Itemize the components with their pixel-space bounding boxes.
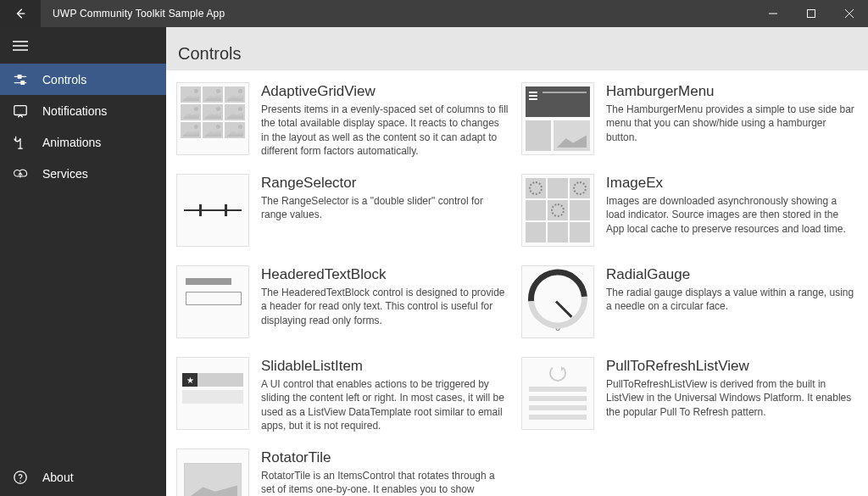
thumb-headeredtextblock <box>176 265 249 338</box>
sidebar-item-label: Animations <box>41 136 101 149</box>
card-radialgauge[interactable]: 0 RadialGauge The radial gauge displays … <box>521 265 858 338</box>
animations-icon <box>0 135 41 150</box>
hamburger-icon <box>13 40 28 52</box>
maximize-button[interactable] <box>792 0 830 27</box>
sidebar-item-controls[interactable]: Controls <box>0 64 166 95</box>
controls-grid[interactable]: AdaptiveGridView Presents items in a eve… <box>166 70 868 496</box>
hamburger-row <box>0 27 166 64</box>
card-desc: RotatorTile is an ItemsControl that rota… <box>261 469 509 496</box>
sidebar: Controls Notifications <box>0 27 166 496</box>
svg-rect-1 <box>18 75 21 78</box>
card-rotatortile[interactable]: RotatorTile RotatorTile is an ItemsContr… <box>176 449 513 496</box>
card-hamburgermenu[interactable]: HamburgerMenu The HamburgerMenu provides… <box>521 82 858 155</box>
card-title: HamburgerMenu <box>606 82 854 100</box>
card-title: SlidableListItem <box>261 357 509 375</box>
svg-rect-0 <box>807 10 815 18</box>
page-title: Controls <box>166 27 868 70</box>
svg-rect-2 <box>21 81 25 84</box>
arrow-left-icon <box>14 8 26 20</box>
thumb-hamburgermenu <box>521 82 594 155</box>
sidebar-item-label: Notifications <box>41 104 107 118</box>
thumb-rotatortile <box>176 449 249 496</box>
services-icon <box>0 166 41 181</box>
close-button[interactable] <box>830 0 868 27</box>
sidebar-item-about[interactable]: About <box>0 459 166 496</box>
card-desc: A UI control that enables actions to be … <box>261 377 509 432</box>
card-rangeselector[interactable]: RangeSelector The RangeSelector is a "do… <box>176 174 513 247</box>
back-button[interactable] <box>0 0 41 27</box>
card-adaptivegridview[interactable]: AdaptiveGridView Presents items in a eve… <box>176 82 513 155</box>
thumb-pulltorefreshlistview <box>521 357 594 430</box>
card-slidablelistitem[interactable]: ★ SlidableListItem A UI control that ena… <box>176 357 513 430</box>
thumb-rangeselector <box>176 174 249 247</box>
svg-point-5 <box>19 481 20 482</box>
thumb-radialgauge: 0 <box>521 265 594 338</box>
card-title: ImageEx <box>606 174 854 192</box>
card-desc: Images are downloaded asynchronously sho… <box>606 194 854 236</box>
sidebar-item-animations[interactable]: Animations <box>0 126 166 158</box>
maximize-icon <box>807 9 815 18</box>
main-panel: Controls AdaptiveGridView Presents items… <box>166 27 868 496</box>
card-title: RotatorTile <box>261 449 509 466</box>
empty-cell <box>521 449 858 496</box>
card-title: PullToRefreshListView <box>606 357 854 375</box>
sidebar-item-notifications[interactable]: Notifications <box>0 95 166 126</box>
window-title: UWP Community Toolkit Sample App <box>41 8 225 20</box>
card-desc: PullToRefreshListView is derived from th… <box>606 377 854 419</box>
card-desc: The HeaderedTextBlock control is designe… <box>261 286 509 327</box>
sidebar-item-services[interactable]: Services <box>0 158 166 189</box>
hamburger-button[interactable] <box>0 27 41 64</box>
card-desc: Presents items in a evenly-spaced set of… <box>261 103 509 158</box>
sidebar-nav: Controls Notifications <box>0 64 166 189</box>
thumb-imageex <box>521 174 594 247</box>
minimize-icon <box>769 9 777 18</box>
card-desc: The HamburgerMenu provides a simple to u… <box>606 103 854 144</box>
card-desc: The radial gauge displays a value within… <box>606 286 854 313</box>
card-title: RadialGauge <box>606 265 854 283</box>
sidebar-item-label: Services <box>41 167 88 181</box>
svg-rect-3 <box>14 105 26 114</box>
card-title: HeaderedTextBlock <box>261 265 509 283</box>
card-imageex[interactable]: ImageEx Images are downloaded asynchrono… <box>521 174 858 247</box>
about-icon <box>0 470 41 485</box>
thumb-adaptivegridview <box>176 82 249 155</box>
sidebar-item-label: About <box>41 471 74 484</box>
close-icon <box>845 9 854 18</box>
card-title: AdaptiveGridView <box>261 82 509 100</box>
notifications-icon <box>0 103 41 119</box>
card-headeredtextblock[interactable]: HeaderedTextBlock The HeaderedTextBlock … <box>176 265 513 338</box>
thumb-slidablelistitem: ★ <box>176 357 249 430</box>
card-title: RangeSelector <box>261 174 509 192</box>
controls-icon <box>0 72 41 87</box>
sidebar-item-label: Controls <box>41 73 86 86</box>
card-pulltorefreshlistview[interactable]: PullToRefreshListView PullToRefreshListV… <box>521 357 858 430</box>
title-bar: UWP Community Toolkit Sample App <box>0 0 868 27</box>
card-desc: The RangeSelector is a "double slider" c… <box>261 194 509 221</box>
minimize-button[interactable] <box>754 0 792 27</box>
gauge-zero: 0 <box>555 322 560 332</box>
